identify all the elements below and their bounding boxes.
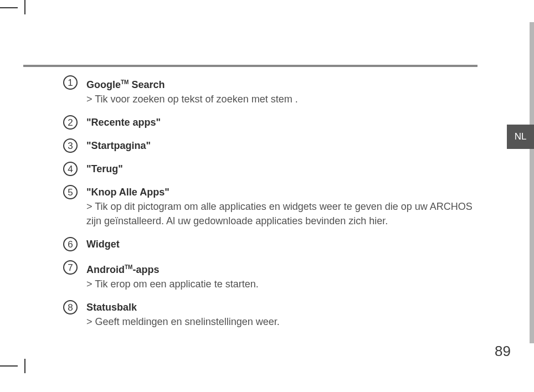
list-item: 3 "Startpagina" — [63, 138, 476, 153]
list-item: 2 "Recente apps" — [63, 115, 476, 130]
header-rule — [23, 65, 477, 67]
item-number-circle: 1 — [63, 75, 78, 90]
item-body: AndroidTM-apps > Tik erop om een applica… — [86, 260, 476, 291]
title-text: "Terug" — [86, 163, 123, 174]
item-number-circle: 6 — [63, 237, 78, 251]
item-number: 5 — [68, 188, 73, 197]
list-item: 4 "Terug" — [63, 162, 476, 176]
language-tab: NL — [507, 125, 534, 149]
item-body: "Terug" — [86, 162, 476, 176]
item-body: "Startpagina" — [86, 138, 476, 153]
item-number-circle: 4 — [63, 162, 78, 176]
crop-mark — [0, 7, 18, 8]
title-text: "Startpagina" — [86, 140, 151, 151]
item-description: > Tik erop om een applicatie te starten. — [86, 277, 476, 291]
item-number: 3 — [68, 141, 73, 151]
language-tab-label: NL — [515, 131, 527, 142]
item-title: Widget — [86, 237, 476, 251]
item-description: > Tik voor zoeken op tekst of zoeken met… — [86, 92, 476, 106]
item-number: 7 — [68, 263, 73, 272]
title-text: Statusbalk — [86, 302, 137, 313]
item-number-circle: 3 — [63, 138, 78, 153]
content-list: 1 GoogleTM Search > Tik voor zoeken op t… — [63, 75, 476, 338]
list-item: 6 Widget — [63, 237, 476, 251]
item-title: GoogleTM Search — [86, 75, 476, 92]
item-number: 4 — [68, 164, 73, 174]
title-text: Widget — [86, 239, 120, 250]
trademark-symbol: TM — [121, 79, 129, 85]
item-body: GoogleTM Search > Tik voor zoeken op tek… — [86, 75, 476, 106]
item-body: "Knop Alle Apps" > Tik op dit pictogram … — [86, 185, 476, 228]
item-title: "Recente apps" — [86, 115, 476, 130]
title-text: -apps — [132, 264, 159, 275]
item-body: Widget — [86, 237, 476, 251]
item-body: "Recente apps" — [86, 115, 476, 130]
item-title: "Startpagina" — [86, 138, 476, 153]
page-bleed-strip — [530, 22, 534, 343]
title-text: Search — [129, 79, 165, 90]
crop-mark — [0, 365, 18, 367]
list-item: 5 "Knop Alle Apps" > Tik op dit pictogra… — [63, 185, 476, 228]
item-number: 8 — [68, 303, 73, 312]
title-text: Google — [86, 79, 121, 90]
item-number-circle: 5 — [63, 185, 78, 199]
item-number: 2 — [68, 118, 73, 127]
document-page: NL 1 GoogleTM Search > Tik voor zoeken o… — [0, 0, 534, 392]
list-item: 8 Statusbalk > Geeft meldingen en snelin… — [63, 300, 476, 329]
item-number-circle: 2 — [63, 115, 78, 130]
item-description: > Geeft meldingen en snelinstellingen we… — [86, 314, 476, 329]
item-title: "Terug" — [86, 162, 476, 176]
list-item: 1 GoogleTM Search > Tik voor zoeken op t… — [63, 75, 476, 106]
item-description: > Tik op dit pictogram om alle applicati… — [86, 199, 476, 228]
title-text: "Recente apps" — [86, 117, 161, 128]
item-number-circle: 8 — [63, 300, 78, 314]
crop-mark — [24, 359, 25, 373]
title-text: Android — [86, 264, 125, 275]
item-body: Statusbalk > Geeft meldingen en snelinst… — [86, 300, 476, 329]
item-title: AndroidTM-apps — [86, 260, 476, 277]
crop-mark — [24, 0, 25, 14]
item-title: Statusbalk — [86, 300, 476, 314]
trademark-symbol: TM — [125, 264, 132, 270]
title-text: "Knop Alle Apps" — [86, 187, 170, 198]
item-number: 6 — [68, 240, 73, 249]
item-number: 1 — [68, 78, 73, 87]
item-title: "Knop Alle Apps" — [86, 185, 476, 199]
page-number: 89 — [495, 343, 511, 360]
list-item: 7 AndroidTM-apps > Tik erop om een appli… — [63, 260, 476, 291]
item-number-circle: 7 — [63, 260, 78, 275]
